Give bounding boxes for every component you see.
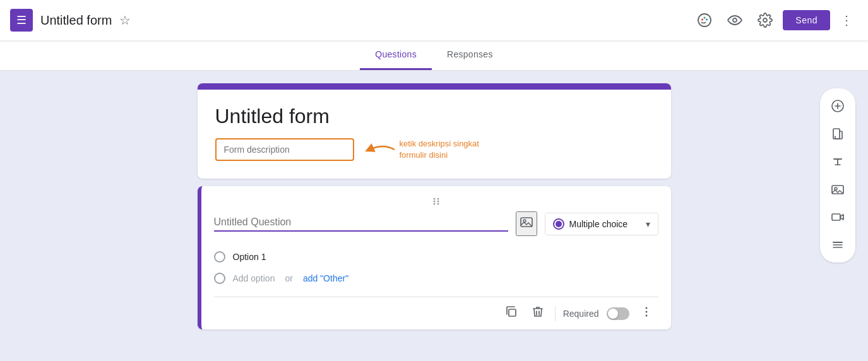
svg-point-8 [433,201,435,203]
add-other-link[interactable]: add "Other" [303,273,348,283]
title-text-icon [831,155,845,169]
required-label: Required [563,309,599,319]
form-description-input[interactable] [215,138,354,161]
add-option-label[interactable]: Add option [233,273,275,283]
more-icon[interactable]: ⋮ [835,8,858,33]
import-icon [831,127,845,141]
svg-point-5 [763,18,767,22]
question-more-button[interactable] [637,302,656,324]
right-sidebar [820,88,855,263]
content-area: Untitled form ketik deskripsi singkat fo… [198,83,671,361]
svg-point-11 [437,201,439,203]
svg-point-3 [706,19,708,21]
question-input[interactable] [214,216,508,228]
drag-dots-icon [429,196,444,206]
add-question-button[interactable] [825,93,850,119]
trash-icon [531,305,545,319]
settings-button[interactable] [752,8,778,33]
options-list: Option 1 Add option or add "Other" [214,246,658,297]
question-input-wrapper [214,216,508,232]
form-header-card: Untitled form ketik deskripsi singkat fo… [198,83,671,179]
palette-icon [697,13,712,28]
question-type-label: Multiple choice [569,219,628,229]
add-title-button[interactable] [825,149,850,174]
required-toggle[interactable] [607,307,629,320]
form-header-title: Untitled form [215,105,653,128]
option-1-label: Option 1 [233,252,266,262]
import-question-button[interactable] [825,121,850,146]
more-vertical-icon [639,305,653,319]
or-text: or [285,273,292,283]
tab-responses[interactable]: Responses [432,40,508,70]
toggle-knob [608,309,618,319]
add-video-button[interactable] [825,204,850,230]
svg-point-4 [733,18,737,22]
question-footer: Required [214,297,658,329]
form-title: Untitled form [40,13,112,28]
svg-point-0 [698,14,711,27]
svg-point-1 [701,19,703,21]
svg-point-9 [433,203,435,205]
add-image-sidebar-button[interactable] [825,177,850,202]
svg-point-16 [645,307,647,309]
svg-point-10 [437,198,439,200]
svg-point-7 [433,198,435,200]
duplicate-button[interactable] [502,302,521,324]
radio-inner [556,221,562,227]
main-content: Untitled form ketik deskripsi singkat fo… [0,71,868,361]
question-top-row: Multiple choice ▾ [214,211,658,236]
delete-button[interactable] [528,302,547,324]
add-image-button[interactable] [516,211,537,236]
svg-point-17 [645,311,647,313]
svg-rect-20 [833,129,840,139]
chevron-down-icon: ▾ [646,219,650,229]
svg-point-12 [437,203,439,205]
radio-empty-add-icon [214,273,225,284]
question-type-select[interactable]: Multiple choice ▾ [545,213,658,235]
description-row: ketik deskripsi singkat formulir disini [215,138,653,161]
divider [555,306,556,321]
preview-button[interactable] [722,8,747,33]
image-icon [520,215,533,229]
add-question-icon [831,99,845,113]
radio-empty-icon [214,251,225,263]
gear-icon [758,13,773,28]
send-button[interactable]: Send [783,10,830,30]
palette-button[interactable] [692,8,717,33]
star-icon[interactable]: ☆ [119,13,131,28]
svg-rect-23 [832,214,840,220]
tabs: Questions Responses [0,40,868,71]
annotation-text: ketik deskripsi singkat formulir disini [400,138,479,161]
image-sidebar-icon [831,182,845,196]
video-icon [831,210,845,224]
section-icon [831,238,845,252]
question-card: Multiple choice ▾ Option 1 Add option or… [198,186,671,329]
topbar: ☰ Untitled form ☆ Send [0,0,868,40]
eye-icon [727,13,742,28]
option-row-add: Add option or add "Other" [214,268,658,289]
app-icon[interactable]: ☰ [10,9,33,32]
topbar-right: Send ⋮ [692,8,858,33]
topbar-left: ☰ Untitled form ☆ [10,9,692,32]
drag-handle [214,196,658,206]
svg-rect-15 [509,309,516,316]
arrow-left-icon [364,140,396,159]
svg-point-18 [645,315,647,317]
tab-questions[interactable]: Questions [360,40,432,70]
add-section-button[interactable] [825,232,850,257]
copy-icon [504,305,518,319]
annotation: ketik deskripsi singkat formulir disini [364,138,479,161]
multiple-choice-radio-icon [553,218,564,230]
svg-point-2 [704,17,706,19]
option-row-1: Option 1 [214,246,658,268]
